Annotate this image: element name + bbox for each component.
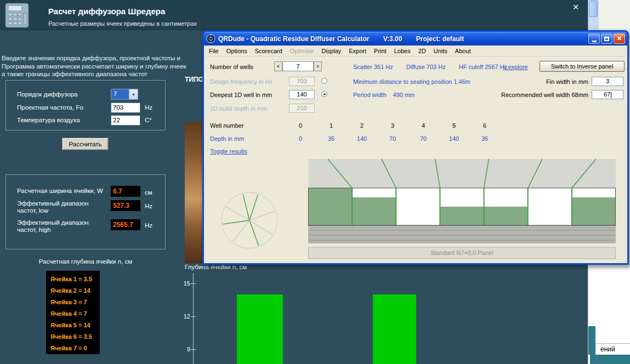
- calculate-button[interactable]: Рассчитать: [62, 138, 109, 150]
- width-label: Расчетная ширина ячейки, W: [17, 187, 103, 194]
- fin-width-field[interactable]: 3: [592, 77, 623, 86]
- list-item: Ячейка 1 = 3.5: [50, 274, 100, 285]
- toggle-results-link[interactable]: Toggle results: [210, 148, 247, 155]
- deepest-well-label: Deepest 1D well in mm: [210, 92, 272, 98]
- well-depth: 140: [347, 135, 377, 142]
- tick-label: 9: [181, 346, 190, 352]
- scrollbar-thumb[interactable]: [589, 1, 598, 17]
- teal-strip-horizontal: [590, 355, 630, 364]
- temp-field[interactable]: 22: [111, 115, 140, 126]
- qrdude-content: Number of wells < 7 > Scatter 351 Hz Dif…: [204, 56, 627, 263]
- menu-export[interactable]: Export: [345, 47, 370, 55]
- chart-bar: [237, 294, 283, 364]
- range-high-label2: частот, high: [17, 226, 51, 233]
- freq-label: Проектная частота, Fo: [17, 104, 83, 111]
- well-number-label: Well number: [210, 122, 244, 129]
- background-scrollbar[interactable]: [588, 0, 599, 30]
- cell-depths-list: Ячейка 1 = 3.5 Ячейка 2 = 14 Ячейка 3 = …: [46, 271, 100, 354]
- menu-units[interactable]: Units: [430, 47, 451, 55]
- wells-decrement-button[interactable]: <: [274, 61, 282, 71]
- diffuse-value: Diffuse 703 Hz: [406, 64, 446, 70]
- wells-count-field[interactable]: 7: [282, 61, 314, 71]
- titlebar: QRDude - Quadratic Residue Diffuser Calc…: [204, 32, 627, 46]
- list-item: Ячейка 4 = 7: [50, 308, 100, 320]
- well-depth: 35: [469, 135, 500, 142]
- close-icon[interactable]: ✕: [570, 3, 581, 13]
- menu-optimise: Optimise: [286, 47, 317, 55]
- qrdude-window: QRDude - Quadratic Residue Diffuser Calc…: [202, 30, 629, 265]
- calculator-icon: [4, 3, 30, 28]
- chart-bar: [373, 294, 416, 364]
- text-cursor: [611, 92, 611, 98]
- menu-bar: File Options Scorecard Optimise Display …: [204, 46, 627, 56]
- input-groupbox: Порядок диффузора 7 ▼ Проектная частота,…: [5, 80, 166, 130]
- list-item: Ячейка 7 = 0: [50, 343, 100, 354]
- wells-increment-button[interactable]: >: [314, 61, 322, 71]
- design-freq-field: 703: [289, 77, 315, 86]
- titlebar: Расчет диффузора Шредера Расчетные разме…: [0, 0, 588, 30]
- well-depth: 70: [408, 135, 439, 142]
- fin-width-label: Fin width in mm: [520, 78, 588, 85]
- range-high-label: Эффективный диапазон: [17, 219, 89, 226]
- design-freq-radio[interactable]: [321, 78, 327, 84]
- range-low-unit: Hz: [145, 203, 152, 209]
- order-label: Порядок диффузора: [17, 91, 78, 98]
- well-number: 2: [347, 122, 377, 129]
- chevron-down-icon[interactable]: ▼: [129, 89, 138, 99]
- menu-lobes[interactable]: Lobes: [390, 47, 415, 55]
- min-distance-label: Minimum distance to seating position 1.4…: [353, 78, 470, 85]
- well-number: 1: [316, 122, 347, 129]
- width-unit: см: [145, 189, 152, 196]
- order-value: 7: [111, 89, 129, 99]
- well-width-field[interactable]: 67: [592, 90, 623, 99]
- menu-display[interactable]: Display: [317, 47, 345, 55]
- menu-scorecard[interactable]: Scorecard: [251, 47, 286, 55]
- well-depth: 70: [377, 135, 408, 142]
- build2d-field: 210: [289, 104, 315, 113]
- deepest-well-radio[interactable]: [321, 91, 327, 97]
- list-item: Ячейка 3 = 7: [50, 297, 100, 308]
- panel-caption: Standard N7+0,0 Panel: [430, 249, 493, 256]
- minimize-button[interactable]: [588, 33, 600, 44]
- well-number: 5: [439, 122, 469, 129]
- deepest-well-field[interactable]: 140: [289, 90, 315, 99]
- tick-label: 15: [181, 280, 190, 287]
- explore-link[interactable]: < explore: [503, 64, 528, 70]
- project-text: Project: default: [416, 35, 464, 43]
- menu-about[interactable]: About: [451, 47, 475, 55]
- depth-row-label: Depth in mm: [210, 135, 244, 142]
- wood-render-strip: [185, 122, 202, 263]
- instructions: Введите значения порядка диффузора, прое…: [2, 54, 186, 78]
- switch-inverse-button[interactable]: Switch to Inverse panel: [540, 61, 625, 72]
- close-button[interactable]: ✕: [614, 33, 625, 44]
- menu-file[interactable]: File: [205, 47, 223, 55]
- well-number: 3: [377, 122, 408, 129]
- depth-bar-chart: Глубина ячейки n, см 15 12 9: [181, 262, 588, 364]
- well-numbers-row: 0 1 2 3 4 5 6: [285, 122, 500, 129]
- period-label: Period width: [353, 92, 387, 98]
- window-subtitle: Расчетные размеры ячеек приведены в сант…: [48, 20, 197, 27]
- maximize-button[interactable]: [601, 33, 612, 44]
- desktop: ений Расчет диффузора Шредера Расчетные …: [0, 0, 630, 364]
- teal-strip-vertical: [588, 326, 595, 355]
- menu-print[interactable]: Print: [370, 47, 390, 55]
- scatter-value: Scatter 351 Hz: [353, 64, 393, 70]
- range-low-value: 527.3: [111, 200, 140, 211]
- menu-2d[interactable]: 2D: [415, 47, 430, 55]
- window-title: Расчет диффузора Шредера: [48, 7, 165, 16]
- list-item: Ячейка 2 = 14: [50, 285, 100, 297]
- title-text: QRDude - Quadratic Residue Diffuser Calc…: [218, 35, 369, 43]
- tick-mark: [191, 316, 196, 317]
- depths-heading: Расчетная глубина ячейки n, см: [5, 258, 166, 265]
- hf-cutoff-value: HF cutoff 2567 Hz: [459, 64, 507, 70]
- panel-cross-section: Standard N7+0,0 Panel: [308, 159, 616, 261]
- background-window-bottom-right: ений: [588, 268, 630, 364]
- period-width: Period width 490 mm: [353, 92, 415, 98]
- instruction-line: Введите значения порядка диффузора, прое…: [2, 54, 186, 62]
- order-dropdown[interactable]: 7 ▼: [111, 89, 138, 100]
- tick-label: 12: [181, 313, 190, 320]
- freq-field[interactable]: 703: [111, 103, 140, 113]
- instruction-line: Программа автоматически рассчитает ширин…: [2, 62, 186, 71]
- well-depth: 35: [316, 135, 347, 142]
- menu-options[interactable]: Options: [223, 47, 251, 55]
